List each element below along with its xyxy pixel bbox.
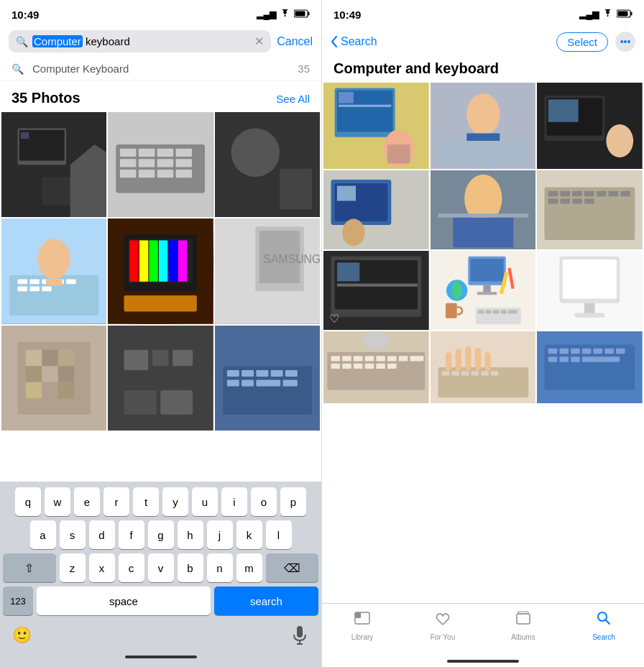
see-all-button[interactable]: See All [276, 93, 310, 105]
key-k[interactable]: k [236, 520, 262, 549]
svg-rect-64 [124, 349, 149, 369]
rg-photo-2[interactable] [431, 83, 536, 169]
tab-search[interactable]: Search [564, 610, 644, 641]
search-icon: 🔍 [16, 36, 28, 47]
svg-rect-45 [169, 241, 178, 282]
wifi-icon-right [602, 9, 613, 20]
tab-for-you[interactable]: For You [402, 610, 483, 641]
shift-key[interactable]: ⇧ [3, 553, 56, 582]
photo-cell-2[interactable] [108, 112, 213, 217]
key-j[interactable]: j [207, 520, 233, 549]
cancel-button[interactable]: Cancel [277, 35, 313, 48]
key-v[interactable]: v [148, 553, 174, 582]
key-w[interactable]: w [45, 487, 70, 516]
svg-rect-47 [124, 295, 197, 312]
photo-cell-1[interactable] [1, 112, 106, 217]
svg-rect-55 [42, 349, 58, 366]
svg-rect-163 [376, 364, 385, 369]
svg-rect-75 [285, 370, 298, 377]
rg-photo-7[interactable]: ♡ [323, 251, 429, 330]
svg-rect-170 [461, 371, 469, 375]
svg-rect-142 [508, 310, 518, 313]
svg-rect-68 [160, 390, 193, 415]
key-q[interactable]: q [15, 487, 41, 516]
key-g[interactable]: g [148, 520, 174, 549]
rg-photo-11[interactable] [431, 331, 536, 403]
key-r[interactable]: r [104, 487, 129, 516]
photo-cell-5[interactable] [108, 218, 213, 323]
key-o[interactable]: o [251, 487, 277, 516]
key-s[interactable]: s [60, 520, 86, 549]
svg-rect-60 [26, 382, 42, 398]
back-button[interactable]: Search [331, 35, 377, 48]
rg-photo-6[interactable] [537, 170, 643, 249]
key-d[interactable]: d [89, 520, 115, 549]
svg-rect-76 [227, 380, 239, 386]
photo-cell-9[interactable] [215, 326, 320, 431]
more-button[interactable]: ••• [615, 32, 635, 52]
key-t[interactable]: t [133, 487, 159, 516]
key-e[interactable]: e [74, 487, 100, 516]
select-button[interactable]: Select [556, 32, 608, 52]
svg-rect-14 [176, 149, 193, 157]
svg-rect-74 [270, 370, 282, 377]
rg-photo-5[interactable] [431, 170, 536, 249]
key-p[interactable]: p [280, 487, 306, 516]
photo-cell-8[interactable] [108, 326, 213, 431]
key-f[interactable]: f [119, 520, 144, 549]
space-key[interactable]: space [37, 586, 211, 615]
key-x[interactable]: x [89, 553, 115, 582]
rg-photo-1[interactable] [323, 83, 429, 169]
search-tab-label: Search [592, 633, 615, 641]
key-a[interactable]: a [30, 520, 56, 549]
svg-rect-80 [297, 626, 303, 638]
time-right: 10:49 [334, 9, 361, 21]
svg-rect-146 [563, 259, 617, 298]
key-z[interactable]: z [60, 553, 86, 582]
rg-photo-4[interactable] [323, 170, 429, 249]
library-label: Library [351, 633, 374, 641]
key-l[interactable]: l [266, 520, 292, 549]
rg-photo-12[interactable] [537, 331, 643, 403]
svg-rect-160 [342, 364, 351, 369]
rg-photo-3[interactable] [537, 83, 643, 169]
photo-cell-6[interactable]: SAMSUNG [215, 218, 320, 323]
delete-key[interactable]: ⌫ [266, 553, 319, 582]
photos-header: 35 Photos See All [0, 81, 321, 112]
suggestion-row[interactable]: 🔍 Computer Keyboard 35 [0, 57, 321, 81]
heart-icon: ♡ [329, 312, 339, 326]
rg-photo-10[interactable] [323, 331, 429, 403]
svg-rect-140 [493, 310, 499, 313]
mic-button[interactable] [287, 622, 313, 648]
photo-cell-7[interactable] [1, 326, 106, 431]
phone-right: 10:49 ▂▄▆ Search Select ••• Computer and… [322, 0, 644, 667]
photo-cell-4[interactable] [1, 218, 106, 323]
tab-albums[interactable]: Albums [483, 610, 564, 641]
albums-icon [515, 610, 532, 631]
key-u[interactable]: u [192, 487, 218, 516]
key-c[interactable]: c [119, 553, 144, 582]
rg-photo-9[interactable] [537, 251, 643, 330]
svg-rect-151 [331, 356, 340, 361]
search-input-box[interactable]: 🔍 Computer keyboard ✕ [9, 30, 271, 52]
status-bar-right: 10:49 ▂▄▆ [322, 0, 644, 26]
num-key[interactable]: 123 [3, 586, 33, 615]
rg-row-4 [323, 331, 643, 403]
key-y[interactable]: y [162, 487, 188, 516]
phone-left: 10:49 ▂▄▆ 🔍 Computer keyboard ✕ Cancel 🔍… [0, 0, 322, 667]
key-n[interactable]: n [207, 553, 233, 582]
clear-button[interactable]: ✕ [254, 34, 264, 48]
key-b[interactable]: b [178, 553, 203, 582]
key-h[interactable]: h [178, 520, 203, 549]
emoji-button[interactable]: 🙂 [9, 622, 34, 648]
rg-photo-8[interactable] [431, 251, 536, 330]
photo-cell-3[interactable] [215, 112, 320, 217]
search-key[interactable]: search [214, 586, 318, 615]
svg-rect-173 [490, 371, 497, 375]
key-i[interactable]: i [221, 487, 247, 516]
tab-library[interactable]: Library [322, 610, 402, 641]
suggestion-text: Computer Keyboard [32, 63, 129, 75]
svg-rect-133 [477, 292, 497, 295]
svg-rect-194 [517, 614, 530, 624]
key-m[interactable]: m [236, 553, 262, 582]
